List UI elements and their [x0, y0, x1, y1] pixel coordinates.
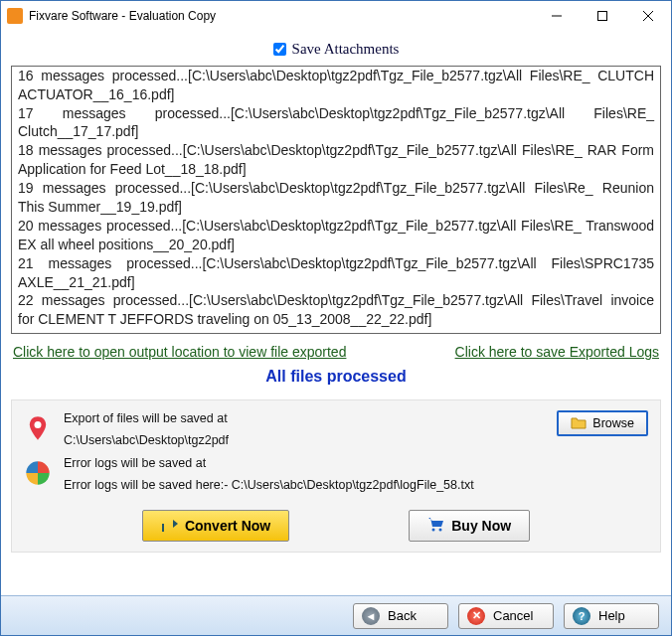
svg-point-2 — [432, 528, 435, 531]
status-text: All files processed — [11, 366, 661, 396]
svg-rect-0 — [598, 12, 607, 21]
error-log-line1: Error logs will be saved at — [64, 455, 648, 473]
back-label: Back — [388, 608, 417, 623]
export-path-value: C:\Users\abc\Desktop\tgz2pdf — [64, 432, 545, 450]
browse-label: Browse — [592, 416, 634, 430]
log-line: 21 messages processed...[C:\Users\abc\De… — [18, 254, 654, 292]
action-buttons-row: Convert Now Buy Now — [24, 500, 648, 542]
error-log-value: Error logs will be saved here:- C:\Users… — [64, 477, 648, 495]
export-path-text: Export of files will be saved at C:\User… — [64, 410, 545, 449]
maximize-button[interactable] — [580, 1, 625, 31]
buy-label: Buy Now — [451, 518, 511, 534]
export-path-line1: Export of files will be saved at — [64, 410, 545, 428]
export-path-row: Export of files will be saved at C:\User… — [24, 410, 648, 449]
log-line: 16 messages processed...[C:\Users\abc\De… — [18, 67, 654, 104]
cancel-x-icon: ✕ — [467, 607, 485, 625]
browse-button[interactable]: Browse — [557, 410, 648, 436]
help-label: Help — [598, 608, 625, 623]
help-button[interactable]: ? Help — [564, 603, 659, 629]
help-question-icon: ? — [573, 607, 590, 625]
back-button[interactable]: ◄ Back — [353, 603, 448, 629]
convert-icon — [161, 517, 179, 536]
app-window: Fixvare Software - Evaluation Copy Save … — [0, 0, 672, 636]
log-line: 18 messages processed...[C:\Users\abc\De… — [18, 141, 654, 179]
error-log-text: Error logs will be saved at Error logs w… — [64, 455, 648, 494]
save-attachments-label[interactable]: Save Attachments — [292, 41, 400, 58]
minimize-button[interactable] — [534, 1, 580, 31]
svg-point-3 — [439, 528, 442, 531]
svg-point-1 — [35, 421, 42, 428]
save-attachments-row: Save Attachments — [11, 35, 661, 66]
log-line: 20 messages processed...[C:\Users\abc\De… — [18, 217, 654, 254]
save-logs-link[interactable]: Click here to save Exported Logs — [455, 344, 659, 360]
convert-now-button[interactable]: Convert Now — [142, 510, 289, 542]
buy-now-button[interactable]: Buy Now — [409, 510, 530, 542]
back-arrow-icon: ◄ — [362, 607, 380, 625]
log-output[interactable]: 15 messages processed...[C:\Users\abc\De… — [11, 66, 661, 334]
cancel-label: Cancel — [493, 608, 533, 623]
pie-chart-icon — [24, 459, 52, 487]
links-row: Click here to open output location to vi… — [11, 334, 661, 366]
log-line: 19 messages processed...[C:\Users\abc\De… — [18, 179, 654, 217]
window-title: Fixvare Software - Evaluation Copy — [29, 9, 534, 23]
open-output-link[interactable]: Click here to open output location to vi… — [13, 344, 346, 360]
log-line: 17 messages processed...[C:\Users\abc\De… — [18, 104, 654, 142]
location-pin-icon — [24, 414, 52, 442]
footer: ◄ Back ✕ Cancel ? Help — [1, 595, 671, 635]
content-area: Save Attachments 15 messages processed..… — [1, 31, 671, 595]
convert-label: Convert Now — [185, 518, 270, 534]
error-log-row: Error logs will be saved at Error logs w… — [24, 455, 648, 494]
log-line: 22 messages processed...[C:\Users\abc\De… — [18, 291, 654, 329]
close-button[interactable] — [625, 1, 671, 31]
info-panel: Export of files will be saved at C:\User… — [11, 399, 661, 553]
cart-icon — [427, 517, 445, 536]
save-attachments-checkbox[interactable] — [273, 43, 286, 56]
cancel-button[interactable]: ✕ Cancel — [458, 603, 554, 629]
folder-icon — [571, 415, 587, 432]
titlebar: Fixvare Software - Evaluation Copy — [1, 1, 671, 31]
app-logo-icon — [7, 8, 23, 24]
